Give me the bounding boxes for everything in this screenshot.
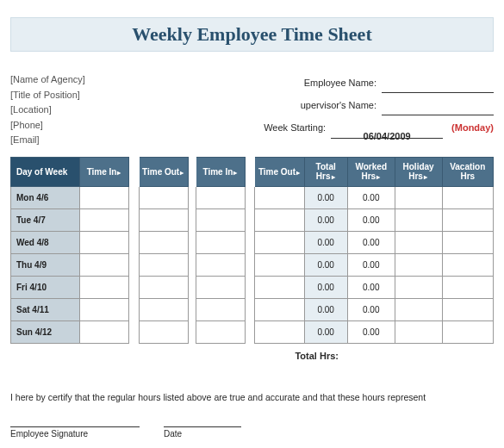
col-block-sep xyxy=(188,157,196,186)
employee-signature-label: Employee Signature xyxy=(10,426,140,439)
time-out2-cell[interactable] xyxy=(255,253,304,276)
time-out2-cell[interactable] xyxy=(255,320,304,343)
vacation-hrs-cell[interactable] xyxy=(442,253,493,276)
time-out2-cell[interactable] xyxy=(255,208,304,231)
vacation-hrs-cell[interactable] xyxy=(442,298,493,320)
time-in-cell[interactable] xyxy=(80,208,129,231)
table-row: Sat 4/110.000.00 xyxy=(11,298,494,320)
col-vacation-hrs: Vacation Hrs xyxy=(442,157,493,186)
total-hrs-cell: 0.00 xyxy=(304,276,347,298)
week-starting-field[interactable]: 06/04/2009 xyxy=(331,126,443,139)
time-out2-cell[interactable] xyxy=(255,231,304,253)
time-in-cell[interactable] xyxy=(80,186,129,208)
table-row: Wed 4/80.000.00 xyxy=(11,231,494,253)
header-row: Day of Week Time In▸ Time Out▸ Time In▸ … xyxy=(11,157,494,186)
time-out2-cell[interactable] xyxy=(255,186,304,208)
time-out-cell[interactable] xyxy=(139,208,188,231)
week-start-day: (Monday) xyxy=(451,117,494,138)
vacation-hrs-cell[interactable] xyxy=(442,208,493,231)
sep-cell xyxy=(188,253,196,276)
vacation-hrs-cell[interactable] xyxy=(442,276,493,298)
time-out-cell[interactable] xyxy=(139,253,188,276)
holiday-hrs-cell[interactable] xyxy=(395,231,442,253)
timesheet-page: Weekly Employee Time Sheet [Name of Agen… xyxy=(0,0,504,448)
time-in2-cell[interactable] xyxy=(196,208,245,231)
holiday-hrs-cell[interactable] xyxy=(395,276,442,298)
time-out2-cell[interactable] xyxy=(255,298,304,320)
total-hrs-cell: 0.00 xyxy=(304,298,347,320)
time-in-cell[interactable] xyxy=(80,298,129,320)
day-cell: Sat 4/11 xyxy=(11,298,80,320)
holiday-hrs-cell[interactable] xyxy=(395,186,442,208)
sep-cell xyxy=(245,208,254,231)
arrow-icon: ▸ xyxy=(233,169,237,177)
table-row: Tue 4/70.000.00 xyxy=(11,208,494,231)
holiday-hrs-cell[interactable] xyxy=(395,298,442,320)
time-in2-cell[interactable] xyxy=(196,186,245,208)
worked-hrs-cell: 0.00 xyxy=(347,276,395,298)
time-out-cell[interactable] xyxy=(139,320,188,343)
vacation-hrs-cell[interactable] xyxy=(442,320,493,343)
sep-cell xyxy=(188,186,196,208)
col-sep xyxy=(245,157,254,186)
day-cell: Tue 4/7 xyxy=(11,208,80,231)
worked-hrs-cell: 0.00 xyxy=(347,231,395,253)
time-out-cell[interactable] xyxy=(139,298,188,320)
time-out-cell[interactable] xyxy=(139,231,188,253)
col-worked-hrs: Worked Hrs▸ xyxy=(347,157,395,186)
holiday-hrs-cell[interactable] xyxy=(395,253,442,276)
time-out-cell[interactable] xyxy=(139,276,188,298)
time-out-cell[interactable] xyxy=(139,186,188,208)
timesheet-table: Day of Week Time In▸ Time Out▸ Time In▸ … xyxy=(10,157,494,344)
day-cell: Thu 4/9 xyxy=(11,253,80,276)
sep-cell xyxy=(188,298,196,320)
time-in-cell[interactable] xyxy=(80,231,129,253)
time-in-cell[interactable] xyxy=(80,253,129,276)
holiday-hrs-cell[interactable] xyxy=(395,320,442,343)
time-in2-cell[interactable] xyxy=(196,276,245,298)
time-in-cell[interactable] xyxy=(80,320,129,343)
total-hrs-label: Total Hrs: xyxy=(295,351,339,361)
supervisor-name-field[interactable] xyxy=(382,103,494,115)
sep-cell xyxy=(245,231,254,253)
col-sep xyxy=(129,157,139,186)
employee-name-field[interactable] xyxy=(382,80,494,93)
date-label: Date xyxy=(164,426,241,439)
employee-block: Employee Name: upervisor's Name: Week St… xyxy=(252,72,495,148)
time-in2-cell[interactable] xyxy=(196,298,245,320)
arrow-icon: ▸ xyxy=(180,169,184,177)
day-cell: Fri 4/10 xyxy=(11,276,80,298)
agency-block: [Name of Agency] [Title of Position] [Lo… xyxy=(10,72,252,148)
col-time-in2: Time In▸ xyxy=(196,157,245,186)
supervisor-name-label: upervisor's Name: xyxy=(301,95,376,115)
worked-hrs-cell: 0.00 xyxy=(347,298,395,320)
sep-cell xyxy=(188,320,196,343)
time-in2-cell[interactable] xyxy=(196,253,245,276)
arrow-icon: ▸ xyxy=(117,169,121,177)
time-in2-cell[interactable] xyxy=(196,320,245,343)
sep-cell xyxy=(245,320,254,343)
employee-name-label: Employee Name: xyxy=(304,72,376,93)
sep-cell xyxy=(245,186,254,208)
time-in-cell[interactable] xyxy=(80,276,129,298)
time-out2-cell[interactable] xyxy=(255,276,304,298)
sep-cell xyxy=(188,276,196,298)
day-cell: Wed 4/8 xyxy=(11,231,80,253)
sep-cell xyxy=(245,276,254,298)
signature-block: Employee Signature Date xyxy=(10,426,494,439)
worked-hrs-cell: 0.00 xyxy=(347,320,395,343)
title-band: Weekly Employee Time Sheet xyxy=(10,17,494,52)
arrow-icon: ▸ xyxy=(332,173,335,181)
table-row: Mon 4/60.000.00 xyxy=(11,186,494,208)
col-time-in: Time In▸ xyxy=(80,157,129,186)
holiday-hrs-cell[interactable] xyxy=(395,208,442,231)
total-hrs-cell: 0.00 xyxy=(304,186,347,208)
time-in2-cell[interactable] xyxy=(196,231,245,253)
worked-hrs-cell: 0.00 xyxy=(347,208,395,231)
week-starting-label: Week Starting: xyxy=(264,117,326,138)
sep-cell xyxy=(245,298,254,320)
total-hrs-cell: 0.00 xyxy=(304,208,347,231)
page-title: Weekly Employee Time Sheet xyxy=(11,23,493,46)
vacation-hrs-cell[interactable] xyxy=(442,231,493,253)
vacation-hrs-cell[interactable] xyxy=(442,186,493,208)
